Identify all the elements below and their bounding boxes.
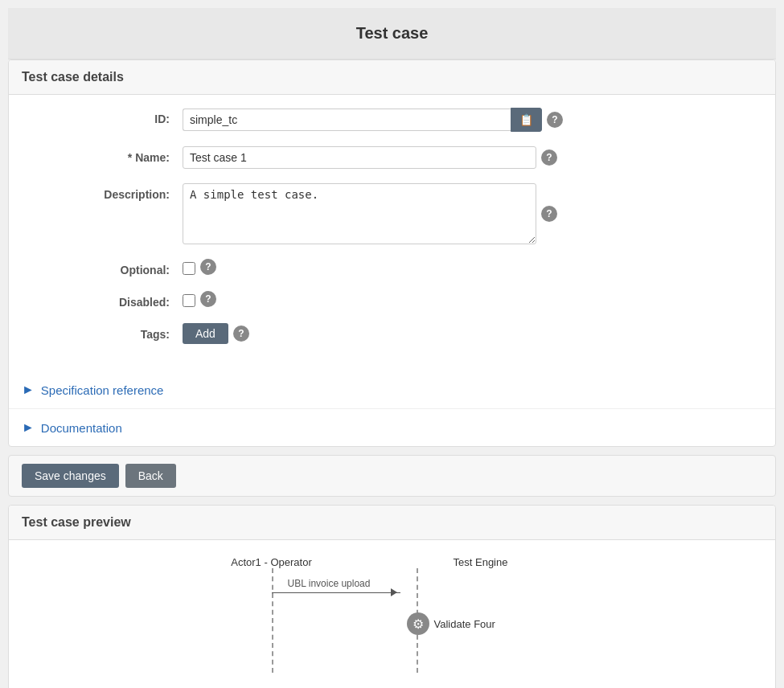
details-header: Test case details [9,60,775,95]
id-row: ID: 📋 ? [22,108,762,132]
copy-id-button[interactable]: 📋 [511,108,542,132]
actor1-lifeline [272,568,273,673]
disabled-label: Disabled: [22,291,183,309]
back-button[interactable]: Back [125,464,176,488]
name-help-icon[interactable]: ? [541,149,557,166]
lifeline-area: UBL invoice upload ⚙ Validate Four [191,568,593,673]
disabled-row: Disabled: ? [22,291,762,309]
preview-header: Test case preview [9,506,775,540]
disabled-help-icon[interactable]: ? [200,291,216,307]
action-bar: Save changes Back [8,455,776,497]
id-input-group: 📋 [183,108,542,132]
disabled-checkbox[interactable] [183,294,195,307]
id-label: ID: [22,108,183,125]
tags-add-button[interactable]: Add [183,323,228,344]
specification-reference-section[interactable]: ► Specification reference [9,371,775,409]
tags-row: Tags: Add ? [22,323,762,344]
gear-label: Validate Four [434,618,495,630]
optional-help-icon[interactable]: ? [200,259,216,275]
sequence-diagram: Actor1 - Operator Test Engine UBL invoic… [191,556,593,673]
actor2-label: Test Engine [417,556,545,568]
tags-control-wrap: Add ? [183,323,762,344]
tags-label: Tags: [22,323,183,341]
arrow-label: UBL invoice upload [288,578,371,589]
name-control-wrap: ? [183,146,762,169]
specification-reference-label: Specification reference [41,383,164,397]
name-label: * Name: [22,146,183,164]
name-input[interactable] [183,146,536,169]
test-case-title-text: Test case [356,24,429,42]
disabled-control-wrap: ? [183,291,762,307]
tags-help-icon[interactable]: ? [233,326,249,342]
test-case-preview-card: Test case preview Actor1 - Operator Test… [8,505,776,688]
name-row: * Name: ? [22,146,762,169]
test-case-details-card: Test case details ID: 📋 ? * Name: ? [8,59,776,447]
optional-checkbox[interactable] [183,262,195,275]
description-label: Description: [22,183,183,201]
gear-icon: ⚙ [407,612,429,635]
preview-body: Actor1 - Operator Test Engine UBL invoic… [9,540,775,688]
message-arrow: UBL invoice upload [272,592,400,593]
test-case-title: Test case [8,8,776,59]
id-help-icon[interactable]: ? [547,112,563,128]
optional-label: Optional: [22,259,183,276]
documentation-section[interactable]: ► Documentation [9,409,775,446]
description-control-wrap: ? [183,183,762,244]
save-changes-button[interactable]: Save changes [22,464,119,488]
description-input[interactable] [183,183,536,244]
id-input[interactable] [183,109,511,131]
details-body: ID: 📋 ? * Name: ? Description: [9,95,775,371]
description-help-icon[interactable]: ? [541,206,557,222]
id-control-wrap: 📋 ? [183,108,762,132]
arrow-line: UBL invoice upload [272,592,400,593]
description-row: Description: ? [22,183,762,244]
optional-row: Optional: ? [22,259,762,276]
specification-arrow-icon: ► [22,383,35,397]
actor1-label: Actor1 - Operator [191,556,352,568]
documentation-label: Documentation [41,421,122,435]
documentation-arrow-icon: ► [22,420,35,435]
gear-node: ⚙ Validate Four [407,612,495,635]
optional-control-wrap: ? [183,259,762,275]
actor-row: Actor1 - Operator Test Engine [191,556,593,568]
